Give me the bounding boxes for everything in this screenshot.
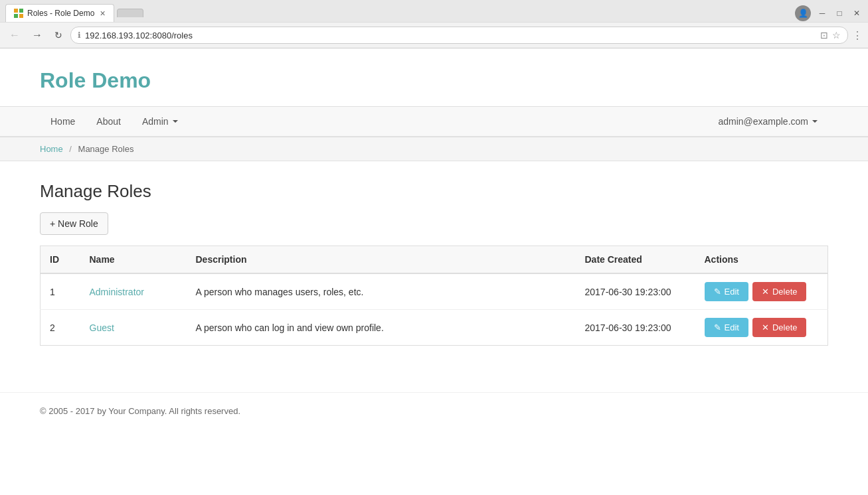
table-body: 1 Administrator A person who manages use… (41, 273, 828, 346)
tab-close-button[interactable]: × (100, 9, 105, 18)
user-email: admin@example.com (718, 116, 808, 127)
svg-rect-0 (14, 9, 18, 13)
breadcrumb-separator: / (69, 144, 72, 154)
row-1-description: A person who manages users, roles, etc. (187, 273, 576, 310)
new-tab-button[interactable] (117, 9, 143, 17)
role-name-link-administrator[interactable]: Administrator (90, 287, 144, 297)
row-2-actions: ✎ Edit ✕ Delete (695, 310, 828, 346)
nav-home[interactable]: Home (40, 107, 86, 136)
breadcrumb-home-link[interactable]: Home (40, 144, 63, 154)
pencil-icon: ✎ (714, 322, 721, 332)
address-bar[interactable]: ℹ 192.168.193.102:8080/roles ⊡ ☆ (70, 27, 848, 44)
toolbar-extra: ⋮ (852, 29, 863, 42)
close-button[interactable]: ✕ (851, 7, 863, 19)
breadcrumb: Home / Manage Roles (0, 137, 868, 161)
svg-rect-3 (19, 14, 23, 18)
address-bar-icons: ⊡ ☆ (820, 30, 841, 40)
browser-title-bar: Roles - Role Demo × 👤 ─ □ ✕ (0, 0, 868, 22)
cast-icon: ⊡ (820, 30, 828, 40)
col-header-id: ID (41, 246, 80, 274)
delete-label: Delete (772, 322, 798, 332)
admin-dropdown-icon (173, 120, 178, 123)
col-header-description: Description (187, 246, 576, 274)
row-1-name: Administrator (80, 273, 187, 310)
table-header: ID Name Description Date Created Actions (41, 246, 828, 274)
svg-rect-1 (19, 9, 23, 13)
row-2-description: A person who can log in and view own pro… (187, 310, 576, 346)
action-buttons-2: ✎ Edit ✕ Delete (705, 318, 819, 337)
edit-label: Edit (725, 287, 739, 297)
browser-toolbar: ← → ↻ ℹ 192.168.193.102:8080/roles ⊡ ☆ ⋮ (0, 22, 868, 48)
edit-label: Edit (725, 322, 739, 332)
new-role-button[interactable]: + New Role (40, 212, 108, 235)
col-header-actions: Actions (695, 246, 828, 274)
navbar-left: Home About Admin (40, 107, 189, 136)
times-icon: ✕ (762, 287, 769, 297)
restore-button[interactable]: □ (833, 7, 845, 19)
table-row: 2 Guest A person who can log in and view… (41, 310, 828, 346)
bookmark-icon[interactable]: ☆ (832, 30, 841, 40)
tab-label: Roles - Role Demo (27, 9, 94, 18)
row-1-actions: ✎ Edit ✕ Delete (695, 273, 828, 310)
section-title: Manage Roles (40, 181, 828, 202)
reload-button[interactable]: ↻ (50, 29, 66, 42)
back-button[interactable]: ← (5, 28, 24, 42)
col-header-name: Name (80, 246, 187, 274)
col-header-date-created: Date Created (576, 246, 695, 274)
row-1-id: 1 (41, 273, 80, 310)
main-content: Manage Roles + New Role ID Name Descript… (0, 161, 868, 366)
table-row: 1 Administrator A person who manages use… (41, 273, 828, 310)
chrome-user-icon: 👤 (795, 5, 811, 21)
navbar-right: admin@example.com (707, 107, 828, 136)
forward-button[interactable]: → (28, 28, 46, 42)
protocol-icon: ℹ (78, 31, 81, 40)
page-content: Role Demo Home About Admin admin@example… (0, 48, 868, 436)
delete-label: Delete (772, 287, 798, 297)
row-2-id: 2 (41, 310, 80, 346)
nav-about[interactable]: About (86, 107, 131, 136)
times-icon: ✕ (762, 322, 769, 332)
navbar: Home About Admin admin@example.com (0, 106, 868, 137)
nav-admin[interactable]: Admin (131, 107, 189, 136)
action-buttons-1: ✎ Edit ✕ Delete (705, 282, 819, 301)
user-menu-caret (812, 120, 818, 123)
breadcrumb-current: Manage Roles (78, 144, 134, 154)
minimize-button[interactable]: ─ (816, 7, 828, 19)
user-menu[interactable]: admin@example.com (707, 107, 828, 136)
pencil-icon: ✎ (714, 287, 721, 297)
app-header: Role Demo (0, 48, 868, 106)
page-footer: © 2005 - 2017 by Your Company. All right… (0, 392, 868, 436)
edit-button-2[interactable]: ✎ Edit (705, 318, 748, 337)
row-2-date-created: 2017-06-30 19:23:00 (576, 310, 695, 346)
row-2-name: Guest (80, 310, 187, 346)
chrome-menu-icon[interactable]: ⋮ (852, 29, 863, 42)
nav-admin-label: Admin (142, 116, 169, 127)
browser-chrome: Roles - Role Demo × 👤 ─ □ ✕ ← → ↻ ℹ 192.… (0, 0, 868, 48)
window-controls: 👤 ─ □ ✕ (795, 5, 863, 21)
edit-button-1[interactable]: ✎ Edit (705, 282, 748, 301)
app-title: Role Demo (40, 68, 828, 93)
row-1-date-created: 2017-06-30 19:23:00 (576, 273, 695, 310)
address-text: 192.168.193.102:8080/roles (85, 31, 820, 40)
roles-table: ID Name Description Date Created Actions… (40, 246, 828, 346)
footer-text: © 2005 - 2017 by Your Company. All right… (40, 406, 240, 416)
table-header-row: ID Name Description Date Created Actions (41, 246, 828, 274)
tab-favicon (14, 9, 23, 18)
delete-button-2[interactable]: ✕ Delete (752, 318, 807, 337)
role-name-link-guest[interactable]: Guest (90, 322, 114, 333)
delete-button-1[interactable]: ✕ Delete (752, 282, 807, 301)
svg-rect-2 (14, 14, 18, 18)
browser-tab-active[interactable]: Roles - Role Demo × (5, 4, 114, 22)
